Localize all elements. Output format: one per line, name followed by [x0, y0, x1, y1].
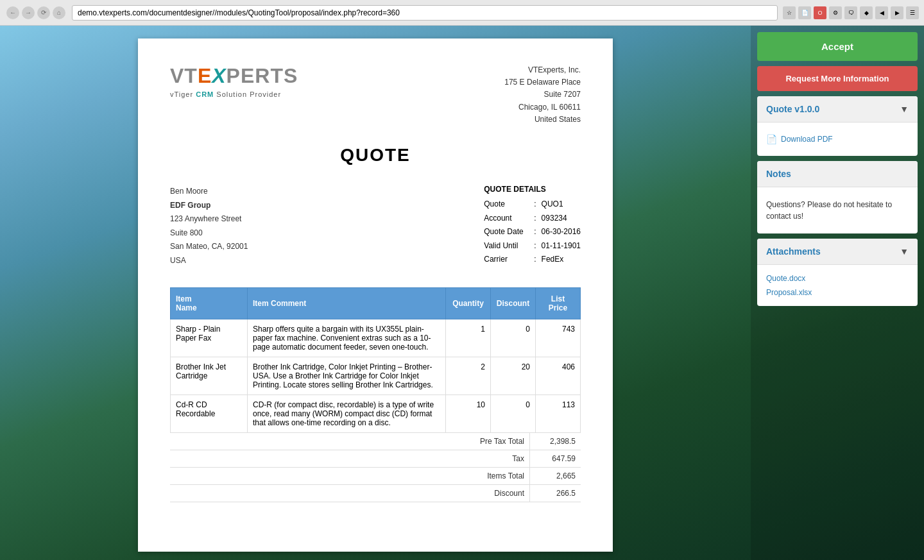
billing-address: Ben Moore EDF Group 123 Anywhere Street …: [170, 185, 248, 268]
item-comment-3: CD-R (for compact disc, recordable) is a…: [248, 395, 446, 432]
notes-panel-header[interactable]: Notes: [757, 161, 918, 187]
download-pdf-link[interactable]: 📄 Download PDF: [766, 129, 909, 149]
detail-value-account: 093234: [542, 212, 567, 226]
sidebar: Accept Request More Information Quote v1…: [751, 26, 924, 560]
address-line1: VTExperts, Inc.: [504, 64, 581, 76]
quote-detail-date: Quote Date : 06-30-2016: [484, 225, 581, 239]
quote-panel-title: Quote v1.0.0: [766, 104, 819, 114]
item-name-2: Brother Ink Jet Cartridge: [171, 357, 248, 395]
detail-colon-date: :: [534, 225, 536, 239]
menu-button[interactable]: ☰: [906, 6, 919, 19]
logo-xperts: PERTS: [227, 64, 298, 87]
logo-vt: VT: [170, 64, 198, 87]
item-comment-2: Brother Ink Cartridge, Color Inkjet Prin…: [248, 357, 446, 395]
notes-content: Questions? Please do not hesitate to con…: [766, 194, 909, 227]
quote-detail-quote: Quote : QUO1: [484, 198, 581, 212]
reload-button[interactable]: ⟳: [37, 6, 50, 19]
subtitle-crm: CRM: [196, 90, 214, 98]
address-bar[interactable]: demo.vtexperts.com/documentdesigner//mod…: [72, 5, 778, 21]
forward-button[interactable]: →: [22, 6, 35, 19]
total-row-tax: Tax 647.59: [170, 450, 581, 468]
detail-colon-carrier: :: [534, 253, 536, 267]
subtitle-rest: Solution Provider: [214, 90, 281, 98]
tax-label: Tax: [401, 450, 529, 467]
address-line3: Suite 7207: [504, 89, 581, 101]
items-total-value: 2,665: [529, 468, 581, 484]
attachments-panel-header[interactable]: Attachments ▼: [757, 239, 918, 265]
items-table: ItemName Item Comment Quantity Discount …: [170, 287, 581, 433]
item-qty-2: 2: [446, 357, 491, 395]
pretax-value: 2,398.5: [529, 433, 581, 450]
address-line4: Chicago, IL 60611: [504, 101, 581, 114]
item-qty-1: 1: [446, 319, 491, 357]
document-area: VTEXPERTS vTiger CRM Solution Provider V…: [0, 26, 751, 560]
back-button[interactable]: ←: [6, 6, 19, 19]
detail-value-valid: 01-11-1901: [542, 239, 581, 253]
item-price-3: 113: [536, 395, 581, 432]
home-button[interactable]: ⌂: [53, 6, 65, 19]
notes-panel: Notes Questions? Please do not hesitate …: [757, 161, 918, 233]
detail-colon-account: :: [534, 212, 536, 226]
table-row: Brother Ink Jet Cartridge Brother Ink Ca…: [171, 357, 581, 395]
browser-icons: ☆ 📄 O ⚙ 🗨 ◆ ◀ ▶ ☰: [783, 6, 919, 19]
detail-colon-valid: :: [534, 239, 536, 253]
request-info-button[interactable]: Request More Information: [757, 66, 918, 91]
logo: VTEXPERTS: [170, 64, 298, 88]
detail-value-carrier: FedEx: [542, 253, 564, 267]
detail-value-date: 06-30-2016: [542, 225, 581, 239]
item-name-1: Sharp - Plain Paper Fax: [171, 319, 248, 357]
billing-details: Ben Moore EDF Group 123 Anywhere Street …: [170, 185, 581, 268]
star-icon[interactable]: ☆: [783, 6, 796, 19]
col-header-price: ListPrice: [536, 287, 581, 319]
item-discount-2: 20: [491, 357, 536, 395]
ext-icon5[interactable]: ◆: [860, 6, 873, 19]
logo-subtitle: vTiger CRM Solution Provider: [170, 90, 298, 98]
item-price-2: 406: [536, 357, 581, 395]
detail-label-date: Quote Date: [484, 225, 529, 239]
quote-panel: Quote v1.0.0 ▼ 📄 Download PDF: [757, 96, 918, 156]
accept-button[interactable]: Accept: [757, 32, 918, 61]
table-row: Cd-R CD Recordable CD-R (for compact dis…: [171, 395, 581, 432]
item-discount-1: 0: [491, 319, 536, 357]
detail-value-quote: QUO1: [542, 198, 563, 212]
detail-label-carrier: Carrier: [484, 253, 529, 267]
ext-icon2[interactable]: O: [814, 6, 826, 19]
detail-colon-quote: :: [534, 198, 536, 212]
discount-label: Discount: [401, 485, 529, 502]
attachment-link-2[interactable]: Proposal.xlsx: [766, 285, 909, 300]
notes-panel-title: Notes: [766, 169, 791, 179]
quote-panel-chevron-icon: ▼: [900, 104, 909, 114]
total-row-discount: Discount 266.5: [170, 485, 581, 502]
item-name-3: Cd-R CD Recordable: [171, 395, 248, 432]
ext-icon1[interactable]: 📄: [798, 6, 811, 19]
pretax-label: Pre Tax Total: [401, 433, 529, 450]
attachments-panel-title: Attachments: [766, 246, 821, 257]
totals-section: Pre Tax Total 2,398.5 Tax 647.59 Items T…: [170, 433, 581, 502]
ext-icon7[interactable]: ▶: [891, 6, 903, 19]
ext-icon6[interactable]: ◀: [875, 6, 888, 19]
ext-icon4[interactable]: 🗨: [844, 6, 857, 19]
total-row-items: Items Total 2,665: [170, 468, 581, 485]
items-total-label: Items Total: [401, 468, 529, 484]
detail-label-account: Account: [484, 212, 529, 226]
ext-icon3[interactable]: ⚙: [829, 6, 842, 19]
logo-e: E: [198, 64, 212, 87]
billing-street: 123 Anywhere Street: [170, 212, 248, 226]
attachment-link-1[interactable]: Quote.docx: [766, 271, 909, 285]
quote-panel-header[interactable]: Quote v1.0.0 ▼: [757, 96, 918, 123]
logo-x: X: [212, 64, 226, 87]
quote-detail-carrier: Carrier : FedEx: [484, 253, 581, 267]
logo-area: VTEXPERTS vTiger CRM Solution Provider: [170, 64, 298, 98]
document-paper: VTEXPERTS vTiger CRM Solution Provider V…: [138, 38, 613, 552]
item-qty-3: 10: [446, 395, 491, 432]
table-row: Sharp - Plain Paper Fax Sharp offers qui…: [171, 319, 581, 357]
table-header-row: ItemName Item Comment Quantity Discount …: [171, 287, 581, 319]
address-line2: 175 E Delaware Place: [504, 76, 581, 89]
detail-label-quote: Quote: [484, 198, 529, 212]
billing-city: San Mateo, CA, 92001: [170, 240, 248, 254]
quote-detail-valid: Valid Until : 01-11-1901: [484, 239, 581, 253]
item-price-1: 743: [536, 319, 581, 357]
detail-label-valid: Valid Until: [484, 239, 529, 253]
subtitle-vt: vTiger: [170, 90, 196, 98]
billing-name: Ben Moore: [170, 185, 248, 199]
